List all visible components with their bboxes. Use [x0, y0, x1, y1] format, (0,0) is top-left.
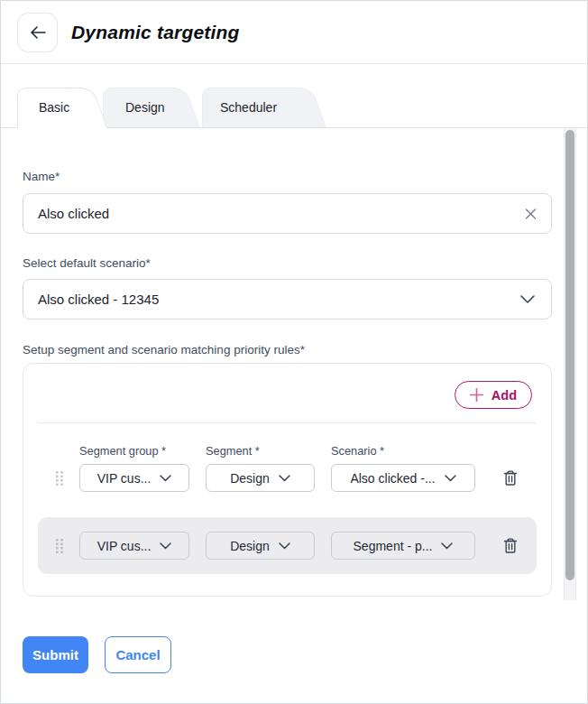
segment-group-select[interactable]: VIP cus...: [79, 532, 189, 560]
chevron-down-icon: [279, 475, 290, 482]
tab-scheduler-label: Scheduler: [220, 100, 277, 115]
clear-icon[interactable]: [525, 208, 537, 219]
scrollbar[interactable]: [564, 128, 576, 600]
scenario-value: Also clicked -...: [350, 471, 435, 486]
drag-handle-icon[interactable]: [53, 539, 65, 553]
name-input-value: Also clicked: [38, 206, 109, 221]
chevron-down-icon: [160, 475, 171, 482]
scenario-select[interactable]: Segment - p...: [331, 532, 475, 560]
name-input[interactable]: Also clicked: [23, 193, 552, 234]
trash-icon: [502, 537, 519, 555]
plus-icon: [470, 388, 483, 402]
scroll-content: Name* Also clicked Select default scenar…: [1, 127, 587, 599]
scrollbar-thumb[interactable]: [565, 130, 574, 580]
rule-row-dragging: VIP cus... Design Segment - p...: [38, 517, 537, 574]
column-header-scenario: Scenario *: [331, 444, 475, 458]
default-scenario-select[interactable]: Also clicked - 12345: [23, 279, 552, 320]
delete-rule-button[interactable]: [502, 537, 519, 555]
header: Dynamic targeting: [1, 1, 587, 64]
segment-select[interactable]: Design: [206, 532, 315, 560]
tab-design-label: Design: [125, 100, 165, 115]
segment-group-value: VIP cus...: [97, 539, 152, 553]
chevron-down-icon: [441, 542, 453, 550]
scenario-select[interactable]: Also clicked -...: [331, 464, 475, 492]
rules-toolbar: Add: [23, 381, 551, 409]
rules-label: Setup segment and scenario matching prio…: [23, 343, 552, 357]
column-header-segment: Segment *: [206, 444, 331, 458]
rule-row: VIP cus... Design Also clicked -...: [38, 458, 537, 492]
name-label: Name*: [23, 170, 552, 183]
segment-value: Design: [230, 471, 270, 486]
segment-select[interactable]: Design: [206, 464, 315, 492]
trash-icon: [502, 469, 519, 487]
tab-basic-label: Basic: [39, 100, 69, 115]
cancel-button[interactable]: Cancel: [105, 636, 171, 673]
drag-handle-icon[interactable]: [53, 471, 65, 486]
chevron-down-icon: [279, 542, 290, 550]
rules-panel: Add Segment group * Segment * Scenario *…: [23, 363, 552, 597]
rule-column-headers: Segment group * Segment * Scenario *: [23, 423, 551, 458]
segment-group-select[interactable]: VIP cus...: [79, 464, 189, 492]
segment-group-value: VIP cus...: [97, 471, 152, 486]
chevron-down-icon: [160, 542, 171, 550]
chevron-down-icon: [445, 475, 456, 482]
back-arrow-icon: [30, 26, 46, 39]
submit-button[interactable]: Submit: [23, 636, 88, 673]
tab-scheduler[interactable]: Scheduler: [202, 88, 326, 127]
tab-bar: Basic Design Scheduler: [1, 64, 587, 127]
scenario-value: Segment - p...: [354, 539, 433, 553]
add-rule-button[interactable]: Add: [455, 381, 532, 409]
chevron-down-icon: [520, 295, 535, 303]
segment-value: Design: [230, 539, 270, 553]
tab-design[interactable]: Design: [103, 88, 200, 127]
header-spacer: [38, 444, 79, 458]
add-rule-label: Add: [492, 388, 517, 403]
dynamic-targeting-window: Dynamic targeting Basic Design Scheduler…: [0, 0, 588, 704]
default-scenario-value: Also clicked - 12345: [38, 292, 159, 307]
column-header-segment-group: Segment group *: [79, 444, 206, 458]
default-scenario-label: Select default scenario*: [23, 256, 552, 270]
delete-rule-button[interactable]: [502, 469, 519, 487]
back-button[interactable]: [17, 13, 58, 52]
tab-basic[interactable]: Basic: [17, 88, 107, 127]
footer: Submit Cancel: [1, 599, 587, 673]
page-title: Dynamic targeting: [71, 22, 240, 43]
